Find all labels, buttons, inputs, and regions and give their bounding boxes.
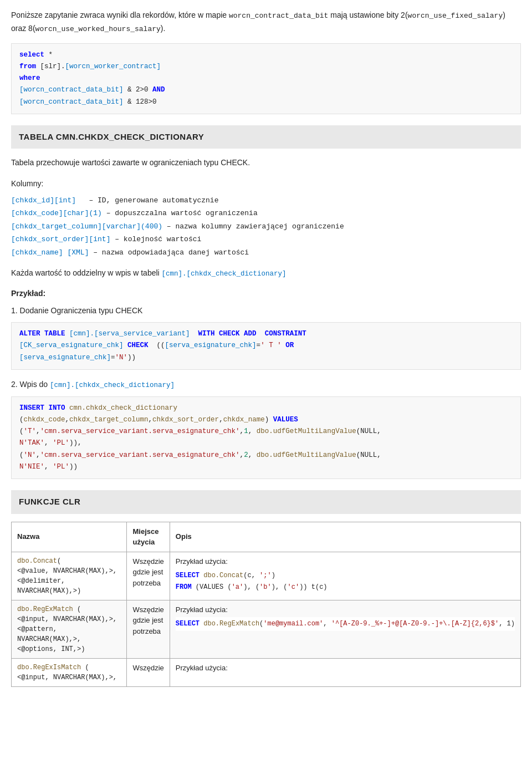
table-row: dbo.RegExIsMatch ( <@input, NVARCHAR(MAX… [12, 658, 521, 686]
sql-insert-block: INSERT INTO cmn.chkdx_check_dictionary (… [11, 396, 521, 480]
row2-place: Wszędziegdzie jestpotrzeba [127, 600, 170, 658]
funkcje-section: FUNKCJE CLR Nazwa Miejsceużycia Opis dbo… [11, 490, 521, 687]
row3-opis: Przykład użycia: [170, 658, 520, 686]
intro-code2: worcn_use_fixed_salary [408, 12, 503, 20]
col-2: [chkdx_code][char](1) – dopuszczalna war… [11, 207, 521, 220]
col-1: [chkdx_id][int] – ID, generowane automat… [11, 194, 521, 207]
intro-code3: worcn_use_worked_hours_salary [35, 25, 161, 33]
row2-opis: Przykład użycia: SELECT dbo.RegExMatch('… [170, 600, 520, 658]
example-heading: Przykład: [11, 288, 521, 299]
columns-block: Kolumny: [chkdx_id][int] – ID, generowan… [11, 177, 521, 259]
table-row: dbo.Concat( <@value, NVARCHAR(MAX),>, <@… [12, 552, 521, 600]
col-header-opis: Opis [170, 522, 520, 552]
row1-opis: Przykład użycia: SELECT dbo.Concat(c, ';… [170, 552, 520, 600]
row1-name: dbo.Concat( <@value, NVARCHAR(MAX),>, <@… [12, 552, 127, 600]
col-3: [chkdx_target_column][varchar](400) – na… [11, 220, 521, 233]
col-header-nazwa: Nazwa [12, 522, 127, 552]
col-5: [chkdx_name] [XML] – nazwa odpowiadająca… [11, 246, 521, 259]
sql-alter-block: ALTER TABLE [cmn].[serva_service_variant… [11, 322, 521, 370]
col-header-miejsce: Miejsceużycia [127, 522, 170, 552]
row3-name: dbo.RegExIsMatch ( <@input, NVARCHAR(MAX… [12, 658, 127, 686]
row2-name: dbo.RegExMatch ( <@input, NVARCHAR(MAX),… [12, 600, 127, 658]
tabela-description: Tabela przechowuje wartości zawarte w og… [11, 156, 521, 170]
sql-block-1: select * from [slr].[worcn_worker_contra… [11, 43, 521, 114]
col-4: [chkdx_sort_order][int] – kolejność wart… [11, 233, 521, 246]
row3-place: Wszędzie [127, 658, 170, 686]
funkcje-section-header: FUNKCJE CLR [11, 490, 521, 514]
step2-heading: 2. Wpis do [cmn].[chkdx_check_dictionary… [11, 379, 521, 391]
table-row: dbo.RegExMatch ( <@input, NVARCHAR(MAX),… [12, 600, 521, 658]
tabela-section-header: TABELA CMN.CHKDX_CHECK_DICTIONARY [11, 125, 521, 149]
intro-code1: worcn_contract_data_bit [229, 12, 328, 20]
row1-place: Wszędziegdzie jestpotrzeba [127, 552, 170, 600]
every-value-text: Każda wartość to oddzielny w wpis w tabe… [11, 267, 521, 280]
intro-paragraph: Poniższe zapytanie zwraca wyniki dla rek… [11, 9, 521, 35]
step1-heading: 1. Dodanie Ograniczenia typu CHECK [11, 305, 521, 317]
funkcje-table: Nazwa Miejsceużycia Opis dbo.Concat( <@v… [11, 522, 521, 687]
columns-label: Kolumny: [11, 177, 521, 191]
